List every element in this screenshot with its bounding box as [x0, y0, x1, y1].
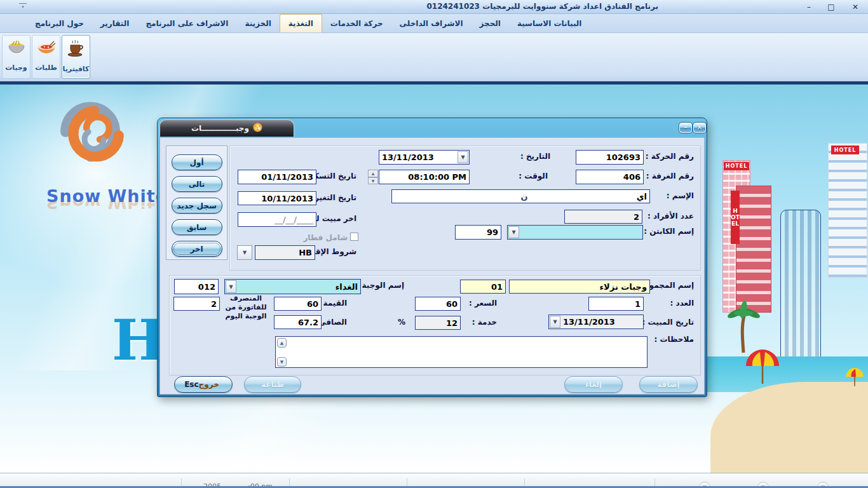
beach-sand — [710, 382, 868, 473]
statusbar-chevron-icon[interactable]: ▼ — [699, 482, 710, 488]
beach-umbrella-small-icon — [845, 367, 864, 390]
date-label: التاريخ : — [520, 152, 550, 161]
checkin-date-input[interactable]: 01/11/2013 — [238, 170, 316, 184]
next-record-button[interactable]: تالى — [172, 176, 222, 192]
stay-terms-dropdown-button[interactable]: ▼ — [237, 245, 252, 260]
window-close-button[interactable]: ✕ — [847, 1, 864, 13]
spinner-up-icon[interactable]: ▲ — [368, 170, 378, 177]
menu-item-reservation[interactable]: الحجز — [471, 14, 509, 32]
stay-terms-input[interactable]: HB — [255, 245, 315, 260]
window-maximize-button[interactable]: □ — [823, 1, 839, 13]
hotel-sign: HOTEL — [831, 146, 859, 154]
app-title: برنامج الفنادق اعداد شركة سنووايت للبرمج… — [426, 2, 658, 11]
status-bar: 2005 :00 pm ▼ ▼ ▼ — [0, 473, 868, 488]
chevron-down-icon[interactable]: ▼ — [550, 316, 560, 328]
menu-item-services[interactable]: حركة الخدمات — [322, 14, 391, 32]
statusbar-separator — [407, 478, 407, 486]
scroll-up-icon[interactable]: ▲ — [277, 338, 287, 348]
net-input[interactable]: 67.2 — [274, 315, 322, 329]
captain-label: إسم الكابتن : — [644, 227, 694, 236]
snow-white-soft-logo-icon — [37, 85, 151, 186]
record-nav-panel: أول تالى سجل جديد سابق اخر — [166, 146, 227, 260]
menu-item-catering[interactable]: التغذية — [280, 14, 322, 32]
time-input[interactable]: 08:10:00 PM — [379, 170, 470, 184]
soup-bowl-icon — [37, 39, 56, 58]
orders-toolbar-button[interactable]: طلبات — [32, 35, 60, 79]
add-button[interactable]: إضافة — [639, 376, 698, 393]
name-input[interactable]: اي ن — [391, 189, 650, 203]
chevron-down-icon[interactable]: ▼ — [508, 226, 519, 238]
menu-item-internal-supervision[interactable]: الاشراف الداخلى — [391, 14, 471, 32]
first-record-button[interactable]: أول — [172, 154, 222, 170]
notes-label: ملاحظات : — [654, 335, 694, 344]
room-no-input[interactable]: 406 — [576, 170, 644, 184]
menu-item-basic-data[interactable]: البيانات الاساسية — [509, 14, 590, 32]
persons-input[interactable]: 2 — [564, 210, 642, 224]
statusbar-chevron-icon[interactable]: ▼ — [817, 482, 829, 488]
quick-access-chevron-icon[interactable]: ▾ — [19, 3, 27, 11]
spent-from-label: المنصرف للفاتورة من الوجبة اليوم — [221, 294, 271, 321]
scroll-down-icon[interactable]: ▼ — [277, 357, 287, 367]
name-value-partial: ن — [521, 192, 528, 201]
count-input[interactable]: 1 — [588, 297, 644, 311]
price-input[interactable]: 60 — [415, 297, 461, 311]
blue-glass-tower — [780, 210, 821, 359]
chevron-down-icon[interactable]: ▼ — [458, 151, 468, 163]
spent-from-label-line3: الوجبة اليوم — [221, 312, 271, 321]
statusbar-separator — [654, 478, 655, 486]
spent-from-label-line2: للفاتورة من — [221, 303, 271, 312]
print-button[interactable]: طباعة — [244, 376, 301, 393]
meals-toolbar-button[interactable]: وجبات — [2, 35, 31, 79]
menu-item-treasury[interactable]: الخزينة — [236, 14, 279, 32]
date-combo[interactable]: 13/11/2013 ▼ — [379, 150, 470, 165]
statusbar-chevron-icon[interactable]: ▼ — [757, 482, 769, 488]
statusbar-separator — [181, 478, 182, 486]
change-date-input[interactable]: 10/11/2013 — [238, 191, 316, 205]
meal-name-combo[interactable]: الغداء ▼ — [224, 279, 361, 294]
statusbar-separator — [289, 478, 290, 486]
time-spinner[interactable]: ▲ ▼ — [368, 170, 378, 184]
coffee-cup-icon — [67, 39, 86, 60]
os-titlebar: ▾ برنامج الفنادق اعداد شركة سنووايت للبر… — [0, 0, 868, 14]
dialog-close-button[interactable]: ✕ — [693, 123, 706, 133]
cafeteria-toolbar-button[interactable]: كافيتريا — [62, 35, 90, 79]
meal-code-input[interactable]: 012 — [174, 279, 219, 294]
dialog-minimize-button[interactable]: – — [679, 123, 692, 133]
group-code-input[interactable]: 01 — [460, 280, 506, 294]
persons-label: عدد الأفراد : — [648, 212, 694, 220]
menu-item-about[interactable]: حول البرنامج — [27, 14, 92, 32]
service-input[interactable]: 12 — [415, 316, 461, 330]
exit-button[interactable]: Esc خروج — [174, 376, 233, 393]
last-record-button[interactable]: اخر — [172, 241, 222, 257]
name-value: اي — [637, 192, 647, 201]
movement-no-input[interactable]: 102693 — [576, 150, 644, 165]
exit-key-label: Esc — [184, 380, 198, 389]
cancel-button[interactable]: إلغاء — [564, 376, 623, 393]
movement-no-label: رقم الحركة : — [646, 152, 694, 161]
spinner-down-icon[interactable]: ▼ — [368, 177, 378, 185]
last-meal-night-input[interactable]: __/__/____ — [238, 212, 316, 227]
previous-record-button[interactable]: سابق — [172, 219, 222, 235]
dialog-title-tab: وجبـــــــــــــات — [159, 119, 294, 137]
chevron-down-icon[interactable]: ▼ — [226, 280, 236, 293]
group-name-input[interactable]: وجبات نزلاء — [509, 280, 650, 294]
room-no-label: رقم الغرفة : — [646, 172, 694, 180]
breakfast-included-checkbox[interactable] — [350, 233, 358, 241]
toolbar-label: كافيتريا — [63, 65, 90, 73]
notes-textarea[interactable]: ▲ ▼ — [275, 336, 648, 368]
meals-dialog: وجبـــــــــــــات – ✕ أول تالى سجل جديد… — [157, 118, 707, 397]
menu-item-reports[interactable]: التقارير — [92, 14, 138, 32]
window-minimize-button[interactable]: – — [801, 1, 817, 13]
new-record-button[interactable]: سجل جديد — [172, 198, 222, 214]
meals-dialog-icon — [253, 123, 262, 134]
amount-input[interactable]: 60 — [274, 297, 322, 311]
spent-from-input[interactable]: 2 — [173, 297, 220, 311]
spent-from-label-line1: المنصرف — [221, 294, 271, 303]
meal-name-label: إسم الوجبة : — [356, 281, 404, 290]
captain-combo[interactable]: ▼ — [507, 225, 643, 240]
meal-bowl-icon — [7, 39, 26, 58]
menu-item-program-supervision[interactable]: الاشراف على البرنامج — [137, 14, 236, 32]
captain-code-input[interactable]: 99 — [455, 225, 501, 240]
night-date-combo[interactable]: 13/11/2013 ▼ — [548, 315, 644, 329]
toolbar: وجبات طلبات — [0, 33, 868, 81]
